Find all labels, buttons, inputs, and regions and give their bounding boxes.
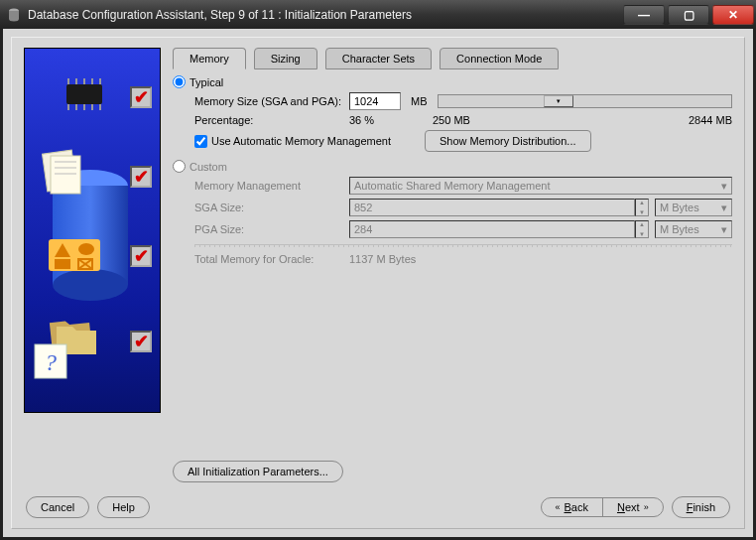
typical-radio[interactable] (173, 75, 186, 88)
app-icon (6, 7, 22, 23)
mem-size-input[interactable] (349, 92, 401, 110)
nav-group: «Back Next» (541, 497, 664, 517)
sga-size-input (349, 199, 635, 216)
svg-text:?: ? (45, 349, 57, 375)
pga-unit-value: M Bytes (660, 223, 699, 235)
svg-rect-25 (55, 259, 70, 269)
chevron-down-icon: ▾ (721, 223, 727, 236)
show-memory-dist-button[interactable]: Show Memory Distribution... (425, 130, 591, 152)
wizard-footer: Cancel Help «Back Next» Finish (12, 488, 744, 528)
all-init-params-button[interactable]: All Initialization Parameters... (173, 461, 343, 482)
slider-thumb-icon[interactable]: ▾ (544, 95, 573, 107)
chip-icon (57, 76, 112, 112)
maximize-button[interactable]: ▢ (668, 5, 709, 25)
percentage-label: Percentage: (194, 114, 349, 126)
use-amm-label: Use Automatic Memory Management (211, 135, 391, 147)
slider-max-label: 2844 MB (689, 114, 732, 126)
mem-mgmt-select: Automatic Shared Memory Management ▾ (349, 177, 732, 195)
mem-size-slider[interactable]: ▾ (438, 94, 733, 108)
svg-point-2 (9, 16, 19, 21)
slider-min-label: 250 MB (433, 114, 470, 126)
chevron-left-icon: « (556, 502, 561, 512)
help-button[interactable]: Help (97, 496, 150, 518)
total-mem-value: 1137 M Bytes (349, 253, 416, 265)
tab-connection-mode[interactable]: Connection Mode (440, 48, 559, 69)
next-button[interactable]: Next» (602, 498, 663, 516)
sga-unit-value: M Bytes (660, 202, 699, 213)
back-button[interactable]: «Back (542, 498, 602, 516)
use-amm-checkbox[interactable] (194, 135, 207, 148)
cancel-button[interactable]: Cancel (26, 496, 89, 518)
window-title: Database Configuration Assistant, Step 9… (28, 8, 623, 22)
divider (194, 244, 732, 247)
percentage-value: 36 % (349, 114, 401, 126)
typical-label: Typical (189, 76, 223, 88)
step-check-icon: ✔ (130, 86, 152, 108)
titlebar: Database Configuration Assistant, Step 9… (0, 0, 756, 29)
dbca-window: Database Configuration Assistant, Step 9… (0, 0, 756, 540)
step-check-icon: ✔ (130, 331, 152, 352)
sga-unit-select: M Bytes ▾ (655, 199, 732, 216)
question-note-icon: ? (31, 340, 74, 384)
minimize-button[interactable]: — (623, 5, 665, 25)
total-mem-label: Total Memory for Oracle: (194, 253, 349, 265)
mem-size-label: Memory Size (SGA and PGA): (194, 95, 349, 107)
chevron-right-icon: » (644, 502, 649, 512)
step-check-icon: ✔ (130, 245, 152, 267)
chevron-down-icon: ▾ (721, 202, 727, 214)
custom-radio[interactable] (173, 160, 186, 173)
close-button[interactable]: ✕ (712, 5, 754, 25)
documents-icon (39, 148, 90, 200)
tab-memory[interactable]: Memory (173, 48, 246, 69)
svg-point-24 (78, 243, 94, 255)
shapes-icon (47, 237, 102, 273)
svg-rect-3 (66, 84, 102, 104)
step-check-icon: ✔ (130, 166, 152, 188)
tabs: Memory Sizing Character Sets Connection … (173, 48, 732, 69)
pga-size-input (349, 220, 635, 238)
svg-point-16 (53, 269, 128, 301)
tab-sizing[interactable]: Sizing (254, 48, 317, 69)
custom-label: Custom (189, 161, 227, 173)
sga-size-label: SGA Size: (194, 202, 349, 213)
pga-size-label: PGA Size: (194, 223, 349, 235)
mem-mgmt-value: Automatic Shared Memory Management (354, 180, 550, 192)
sga-spinner: ▲▼ (635, 199, 649, 216)
finish-button[interactable]: Finish (672, 496, 730, 518)
mem-mgmt-label: Memory Management (194, 180, 349, 192)
wizard-sidebar: ✔ ✔ (24, 48, 161, 413)
mem-size-unit: MB (411, 95, 428, 107)
chevron-down-icon: ▾ (721, 180, 727, 193)
tab-character-sets[interactable]: Character Sets (325, 48, 432, 69)
pga-spinner: ▲▼ (635, 220, 649, 238)
pga-unit-select: M Bytes ▾ (655, 220, 732, 238)
